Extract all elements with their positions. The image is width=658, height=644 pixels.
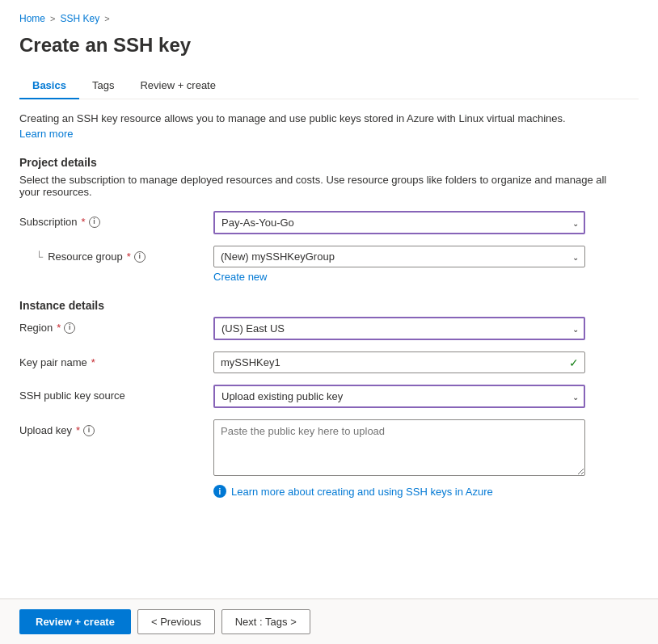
resource-group-control: (New) mySSHKeyGroup ⌄ Create new [213,246,585,283]
ssh-key-source-select-wrapper: Upload existing public key Generate new … [213,385,585,408]
breadcrumb-home[interactable]: Home [19,13,45,24]
upload-key-textarea[interactable] [213,419,585,476]
upload-key-label: Upload key * i [19,419,213,436]
ssh-key-source-select[interactable]: Upload existing public key Generate new … [213,385,585,408]
resource-group-select[interactable]: (New) mySSHKeyGroup [213,246,585,267]
resource-group-select-wrapper: (New) mySSHKeyGroup ⌄ [213,246,585,267]
tabs: Basics Tags Review + create [19,73,639,99]
key-pair-name-row: Key pair name * ✓ [19,351,639,373]
page-title: Create an SSH key [19,34,639,57]
tab-description: Creating an SSH key resource allows you … [19,112,626,124]
region-control: (US) East US ⌄ [213,317,585,340]
tab-basics[interactable]: Basics [19,73,79,99]
key-pair-name-input-wrapper: ✓ [213,351,585,373]
subscription-row: Subscription * i Pay-As-You-Go ⌄ [19,211,639,234]
region-label: Region * i [19,317,213,334]
instance-details-title: Instance details [19,299,639,312]
project-details-desc: Select the subscription to manage deploy… [19,174,626,198]
region-info-icon[interactable]: i [64,322,75,334]
footer: Review + create < Previous Next : Tags > [0,599,658,644]
tab-review-create[interactable]: Review + create [127,73,229,99]
breadcrumb-sep2: > [104,14,109,23]
ssh-key-source-label: SSH public key source [19,385,213,402]
main-content: Home > SSH Key > Create an SSH key Basic… [0,0,658,598]
previous-button[interactable]: < Previous [137,609,215,634]
resource-group-info-icon[interactable]: i [134,251,146,263]
ssh-key-source-control: Upload existing public key Generate new … [213,385,585,408]
upload-key-info-icon[interactable]: i [83,425,95,436]
breadcrumb-sshkey[interactable]: SSH Key [60,13,99,24]
key-pair-name-label: Key pair name * [19,351,213,368]
resource-group-label-area: └ Resource group * i [19,246,213,263]
subscription-select[interactable]: Pay-As-You-Go [213,211,585,234]
project-details-title: Project details [19,156,639,169]
review-create-button[interactable]: Review + create [19,609,131,634]
subscription-label: Subscription * i [19,211,213,228]
subscription-required: * [82,216,86,228]
key-pair-check-icon: ✓ [569,356,579,369]
subscription-select-wrapper: Pay-As-You-Go ⌄ [213,211,585,234]
ssh-learn-more-link[interactable]: Learn more about creating and using SSH … [231,486,493,498]
breadcrumb: Home > SSH Key > [19,13,639,24]
tab-tags[interactable]: Tags [79,73,127,99]
region-required: * [57,322,61,334]
subscription-control: Pay-As-You-Go ⌄ [213,211,585,234]
info-circle-icon: i [213,485,226,498]
ssh-key-source-row: SSH public key source Upload existing pu… [19,385,639,408]
upload-key-required: * [76,424,80,436]
create-new-link[interactable]: Create new [213,271,585,283]
upload-key-control: i Learn more about creating and using SS… [213,419,585,498]
info-link-row: i Learn more about creating and using SS… [213,485,585,498]
region-row: Region * i (US) East US ⌄ [19,317,639,340]
resource-group-required: * [127,250,131,263]
key-pair-required: * [91,356,95,368]
key-pair-name-control: ✓ [213,351,585,373]
upload-key-row: Upload key * i i Learn more about creati… [19,419,639,498]
breadcrumb-sep1: > [50,14,55,23]
learn-more-link[interactable]: Learn more [19,128,73,140]
region-select-wrapper: (US) East US ⌄ [213,317,585,340]
next-tags-button[interactable]: Next : Tags > [221,609,310,634]
resource-group-row: └ Resource group * i (New) mySSHKeyGroup… [19,246,639,283]
region-select[interactable]: (US) East US [213,317,585,340]
key-pair-name-input[interactable] [213,351,585,373]
subscription-info-icon[interactable]: i [89,217,100,228]
